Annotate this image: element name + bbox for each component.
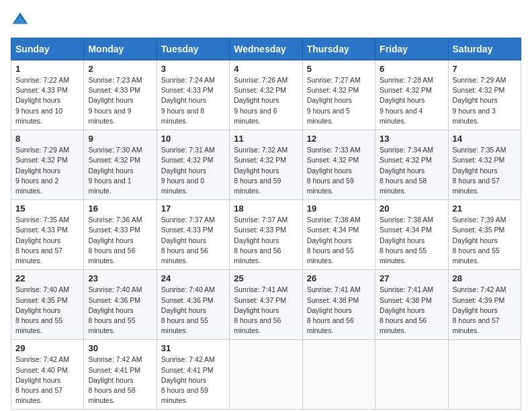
daylight-value: 9 hours and 10 minutes. bbox=[15, 107, 62, 125]
calendar-cell: 23 Sunrise: 7:40 AM Sunset: 4:36 PM Dayl… bbox=[84, 270, 157, 340]
daylight-value: 8 hours and 55 minutes. bbox=[380, 246, 427, 265]
daylight-value: 8 hours and 59 minutes. bbox=[234, 177, 281, 195]
sunset-label: Sunset: 4:37 PM bbox=[234, 296, 286, 304]
calendar-cell bbox=[375, 340, 448, 410]
weekday-header: Wednesday bbox=[230, 38, 302, 60]
day-info: Sunrise: 7:37 AM Sunset: 4:33 PM Dayligh… bbox=[234, 215, 298, 266]
daylight-value: 8 hours and 55 minutes. bbox=[15, 316, 62, 334]
day-info: Sunrise: 7:31 AM Sunset: 4:32 PM Dayligh… bbox=[161, 145, 225, 196]
day-number: 15 bbox=[15, 203, 79, 214]
day-info: Sunrise: 7:26 AM Sunset: 4:32 PM Dayligh… bbox=[234, 75, 298, 126]
day-info: Sunrise: 7:24 AM Sunset: 4:33 PM Dayligh… bbox=[161, 75, 225, 126]
calendar-cell: 16 Sunrise: 7:36 AM Sunset: 4:33 PM Dayl… bbox=[84, 200, 157, 270]
day-number: 17 bbox=[161, 203, 225, 214]
sunrise-label: Sunrise: 7:41 AM bbox=[234, 285, 287, 293]
sunset-label: Sunset: 4:32 PM bbox=[88, 156, 140, 164]
day-number: 11 bbox=[234, 134, 298, 144]
calendar-cell: 25 Sunrise: 7:41 AM Sunset: 4:37 PM Dayl… bbox=[230, 270, 302, 340]
sunset-label: Sunset: 4:40 PM bbox=[15, 366, 68, 374]
sunset-label: Sunset: 4:34 PM bbox=[307, 226, 359, 234]
sunset-label: Sunset: 4:33 PM bbox=[15, 86, 68, 94]
day-number: 5 bbox=[307, 64, 371, 74]
sunrise-label: Sunrise: 7:40 AM bbox=[15, 285, 69, 293]
day-info: Sunrise: 7:35 AM Sunset: 4:33 PM Dayligh… bbox=[15, 215, 79, 266]
calendar-cell bbox=[302, 340, 375, 410]
daylight-value: 9 hours and 5 minutes. bbox=[307, 107, 350, 125]
day-number: 14 bbox=[453, 134, 517, 144]
daylight-label: Daylight hours bbox=[234, 96, 279, 104]
daylight-value: 8 hours and 55 minutes. bbox=[453, 246, 500, 265]
daylight-label: Daylight hours bbox=[380, 236, 425, 244]
day-number: 3 bbox=[161, 64, 225, 74]
daylight-label: Daylight hours bbox=[161, 167, 206, 175]
calendar-week-row: 15 Sunrise: 7:35 AM Sunset: 4:33 PM Dayl… bbox=[11, 200, 521, 270]
sunset-label: Sunset: 4:41 PM bbox=[88, 366, 140, 374]
day-info: Sunrise: 7:34 AM Sunset: 4:32 PM Dayligh… bbox=[380, 145, 443, 196]
sunset-label: Sunset: 4:32 PM bbox=[234, 156, 286, 164]
logo bbox=[11, 11, 32, 30]
sunrise-label: Sunrise: 7:42 AM bbox=[15, 355, 69, 363]
daylight-value: 8 hours and 59 minutes. bbox=[307, 177, 354, 195]
weekday-header: Tuesday bbox=[157, 38, 229, 60]
sunset-label: Sunset: 4:32 PM bbox=[15, 156, 68, 164]
calendar-week-row: 1 Sunrise: 7:22 AM Sunset: 4:33 PM Dayli… bbox=[11, 60, 521, 130]
daylight-value: 8 hours and 55 minutes. bbox=[161, 316, 208, 334]
calendar-cell: 2 Sunrise: 7:23 AM Sunset: 4:33 PM Dayli… bbox=[84, 60, 157, 130]
sunrise-label: Sunrise: 7:41 AM bbox=[307, 285, 361, 293]
calendar-cell bbox=[448, 340, 521, 410]
daylight-label: Daylight hours bbox=[234, 167, 279, 175]
day-info: Sunrise: 7:41 AM Sunset: 4:38 PM Dayligh… bbox=[380, 285, 443, 336]
day-number: 16 bbox=[88, 203, 152, 214]
calendar-cell: 1 Sunrise: 7:22 AM Sunset: 4:33 PM Dayli… bbox=[11, 60, 84, 130]
daylight-label: Daylight hours bbox=[161, 96, 206, 104]
sunset-label: Sunset: 4:36 PM bbox=[88, 296, 140, 304]
daylight-value: 9 hours and 2 minutes. bbox=[15, 177, 58, 195]
sunset-label: Sunset: 4:32 PM bbox=[380, 86, 432, 94]
weekday-header: Sunday bbox=[11, 38, 84, 60]
calendar-cell: 12 Sunrise: 7:33 AM Sunset: 4:32 PM Dayl… bbox=[302, 130, 375, 200]
sunrise-label: Sunrise: 7:37 AM bbox=[161, 216, 215, 224]
sunset-label: Sunset: 4:33 PM bbox=[234, 226, 286, 234]
calendar-cell: 29 Sunrise: 7:42 AM Sunset: 4:40 PM Dayl… bbox=[11, 340, 84, 410]
sunrise-label: Sunrise: 7:42 AM bbox=[88, 355, 142, 363]
daylight-label: Daylight hours bbox=[15, 96, 60, 104]
daylight-value: 8 hours and 55 minutes. bbox=[88, 316, 135, 334]
day-number: 18 bbox=[234, 203, 298, 214]
daylight-label: Daylight hours bbox=[15, 376, 60, 384]
daylight-label: Daylight hours bbox=[88, 306, 133, 314]
day-number: 23 bbox=[88, 273, 152, 283]
sunrise-label: Sunrise: 7:29 AM bbox=[453, 76, 506, 84]
day-info: Sunrise: 7:39 AM Sunset: 4:35 PM Dayligh… bbox=[453, 215, 517, 266]
daylight-label: Daylight hours bbox=[15, 236, 60, 244]
daylight-value: 8 hours and 56 minutes. bbox=[88, 246, 135, 265]
daylight-label: Daylight hours bbox=[307, 96, 352, 104]
daylight-label: Daylight hours bbox=[161, 306, 206, 314]
sunrise-label: Sunrise: 7:35 AM bbox=[453, 146, 506, 154]
day-number: 9 bbox=[88, 134, 152, 144]
calendar-cell: 21 Sunrise: 7:39 AM Sunset: 4:35 PM Dayl… bbox=[448, 200, 521, 270]
daylight-label: Daylight hours bbox=[15, 167, 60, 175]
daylight-value: 9 hours and 3 minutes. bbox=[453, 107, 496, 125]
sunset-label: Sunset: 4:41 PM bbox=[161, 366, 214, 374]
sunrise-label: Sunrise: 7:30 AM bbox=[88, 146, 142, 154]
day-info: Sunrise: 7:36 AM Sunset: 4:33 PM Dayligh… bbox=[88, 215, 152, 266]
daylight-value: 8 hours and 56 minutes. bbox=[234, 316, 281, 334]
day-number: 25 bbox=[234, 273, 298, 283]
daylight-value: 9 hours and 0 minutes. bbox=[161, 177, 204, 195]
daylight-value: 9 hours and 8 minutes. bbox=[161, 107, 204, 125]
calendar-cell: 30 Sunrise: 7:42 AM Sunset: 4:41 PM Dayl… bbox=[84, 340, 157, 410]
day-number: 8 bbox=[15, 134, 79, 144]
daylight-label: Daylight hours bbox=[380, 306, 425, 314]
day-info: Sunrise: 7:35 AM Sunset: 4:32 PM Dayligh… bbox=[453, 145, 517, 196]
calendar-cell: 7 Sunrise: 7:29 AM Sunset: 4:32 PM Dayli… bbox=[448, 60, 521, 130]
calendar-cell: 28 Sunrise: 7:42 AM Sunset: 4:39 PM Dayl… bbox=[448, 270, 521, 340]
day-info: Sunrise: 7:41 AM Sunset: 4:38 PM Dayligh… bbox=[307, 285, 371, 336]
daylight-value: 8 hours and 57 minutes. bbox=[453, 177, 500, 195]
day-info: Sunrise: 7:37 AM Sunset: 4:33 PM Dayligh… bbox=[161, 215, 225, 266]
calendar-cell: 24 Sunrise: 7:40 AM Sunset: 4:36 PM Dayl… bbox=[157, 270, 229, 340]
day-info: Sunrise: 7:41 AM Sunset: 4:37 PM Dayligh… bbox=[234, 285, 298, 336]
calendar-cell: 10 Sunrise: 7:31 AM Sunset: 4:32 PM Dayl… bbox=[157, 130, 229, 200]
calendar-cell: 19 Sunrise: 7:38 AM Sunset: 4:34 PM Dayl… bbox=[302, 200, 375, 270]
weekday-header: Thursday bbox=[302, 38, 375, 60]
sunset-label: Sunset: 4:33 PM bbox=[161, 226, 214, 234]
